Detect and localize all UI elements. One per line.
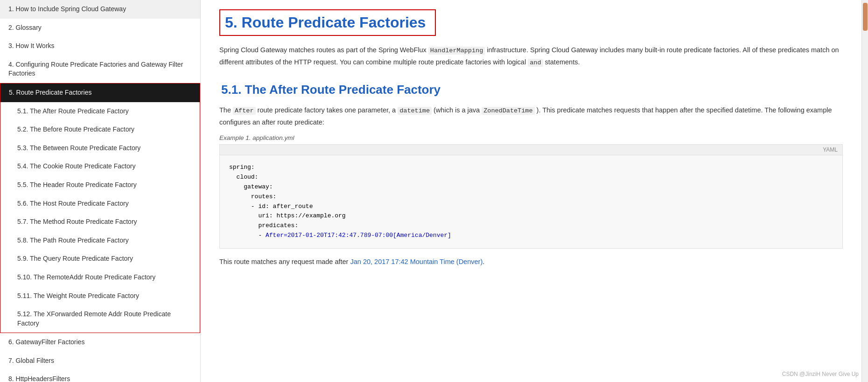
inline-code-handlermapping: HandlerMapping (428, 47, 485, 55)
sidebar-item-5-12[interactable]: 5.12. The XForwarded Remote Addr Route P… (0, 305, 200, 333)
section-title: 5. Route Predicate Factories (225, 14, 426, 31)
code-line-1: spring: cloud: gateway: routes: - id: af… (229, 164, 451, 239)
intro-paragraph: Spring Cloud Gateway matches routes as p… (219, 44, 843, 69)
sidebar-item-5-7[interactable]: 5.7. The Method Route Predicate Factory (0, 213, 200, 231)
sidebar-item-5-2[interactable]: 5.2. The Before Route Predicate Factory (0, 120, 200, 139)
footer-paragraph: This route matches any request made afte… (219, 256, 843, 268)
sidebar-item-8[interactable]: 8. HttpHeadersFilters (0, 370, 200, 382)
sidebar-item-5-9[interactable]: 5.9. The Query Route Predicate Factory (0, 250, 200, 268)
sidebar-item-5-3[interactable]: 5.3. The Between Route Predicate Factory (0, 139, 200, 158)
sidebar[interactable]: 1. How to Include Spring Cloud Gateway 2… (0, 0, 201, 382)
main-content: 5. Route Predicate Factories Spring Clou… (201, 0, 861, 382)
code-lang-label: YAML (823, 146, 838, 153)
sidebar-item-5-6[interactable]: 5.6. The Host Route Predicate Factory (0, 194, 200, 213)
footer-watermark: CSDN @JinziH Never Give Up (782, 371, 859, 377)
sidebar-item-3[interactable]: 3. How It Works (0, 37, 200, 56)
sidebar-item-5-5[interactable]: 5.5. The Header Route Predicate Factory (0, 176, 200, 194)
footer-link[interactable]: Jan 20, 2017 17:42 Mountain Time (Denver… (350, 258, 483, 265)
code-block-header: YAML (220, 145, 842, 155)
sidebar-item-6[interactable]: 6. GatewayFilter Factories (0, 333, 200, 352)
sidebar-item-7[interactable]: 7. Global Filters (0, 352, 200, 370)
sidebar-section-5-group: 5. Route Predicate Factories 5.1. The Af… (0, 83, 200, 333)
scrollbar-thumb (863, 3, 868, 31)
sidebar-item-5-8[interactable]: 5.8. The Path Route Predicate Factory (0, 231, 200, 250)
sidebar-item-5-4[interactable]: 5.4. The Cookie Route Predicate Factory (0, 157, 200, 176)
sidebar-item-5-11[interactable]: 5.11. The Weight Route Predicate Factory (0, 287, 200, 306)
inline-code-zoneddatetime: ZonedDateTime (482, 107, 534, 115)
section-title-block: 5. Route Predicate Factories (219, 9, 436, 36)
subsection-title: 5.1. The After Route Predicate Factory (219, 83, 843, 97)
sidebar-item-2[interactable]: 2. Glossary (0, 19, 200, 37)
sidebar-item-5[interactable]: 5. Route Predicate Factories (0, 83, 200, 102)
inline-code-after: After (233, 107, 256, 115)
example-label: Example 1. application.yml (219, 134, 843, 141)
sidebar-item-5-10[interactable]: 5.10. The RemoteAddr Route Predicate Fac… (0, 268, 200, 287)
inline-code-datetime: datetime (398, 107, 432, 115)
inline-code-and: and (528, 59, 543, 67)
subsection-paragraph: The After route predicate factory takes … (219, 104, 843, 128)
sidebar-item-4[interactable]: 4. Configuring Route Predicate Factories… (0, 56, 200, 83)
code-block: spring: cloud: gateway: routes: - id: af… (220, 155, 842, 248)
sidebar-item-1[interactable]: 1. How to Include Spring Cloud Gateway (0, 0, 200, 19)
right-scrollbar[interactable] (861, 0, 868, 382)
code-block-wrapper: YAML spring: cloud: gateway: routes: - i… (219, 144, 843, 248)
sidebar-item-5-1[interactable]: 5.1. The After Route Predicate Factory (0, 102, 200, 121)
